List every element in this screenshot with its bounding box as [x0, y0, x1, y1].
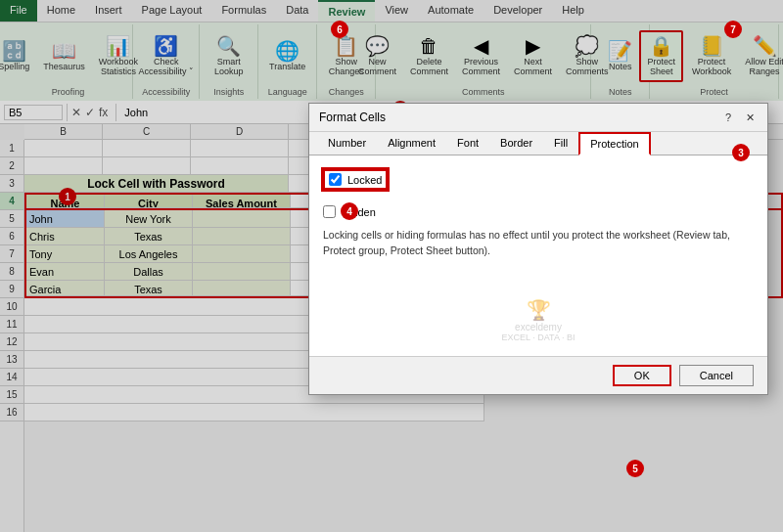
dialog-titlebar: Format Cells ? ✕: [309, 104, 767, 132]
tab-number[interactable]: Number: [317, 132, 377, 155]
dialog-help-button[interactable]: ?: [720, 110, 736, 125]
dialog-close-button[interactable]: ✕: [742, 110, 758, 125]
ok-button[interactable]: OK: [613, 365, 671, 386]
locked-label: Locked: [347, 174, 382, 186]
tab-font[interactable]: Font: [446, 132, 489, 155]
tab-border[interactable]: Border: [489, 132, 543, 155]
annotation-5: 5: [626, 460, 644, 477]
tab-alignment[interactable]: Alignment: [377, 132, 446, 155]
dialog-tabs: Number Alignment Font Border Fill Protec…: [309, 132, 767, 155]
annotation-3: 3: [732, 144, 750, 161]
locked-checkbox[interactable]: [329, 173, 342, 186]
annotation-4: 4: [341, 202, 358, 220]
format-cells-dialog: Format Cells ? ✕ Number Alignment Font B…: [308, 103, 768, 395]
annotation-6: 6: [331, 21, 348, 38]
dialog-footer: OK Cancel: [309, 356, 767, 394]
tab-protection[interactable]: Protection: [578, 132, 651, 155]
cancel-button[interactable]: Cancel: [679, 365, 754, 386]
watermark: 🏆 exceldemy EXCEL · DATA · BI: [323, 298, 754, 342]
hidden-row: Hidden: [323, 205, 754, 218]
hidden-checkbox[interactable]: [323, 205, 336, 218]
dialog-overlay[interactable]: Format Cells ? ✕ Number Alignment Font B…: [0, 0, 783, 532]
tab-fill[interactable]: Fill: [543, 132, 578, 155]
dialog-title: Format Cells: [319, 111, 386, 124]
dialog-info-text: Locking cells or hiding formulas has no …: [323, 228, 754, 259]
locked-row: Locked: [323, 169, 388, 190]
app-container: File Home Insert Page Layout Formulas Da…: [0, 0, 783, 532]
dialog-controls: ? ✕: [720, 110, 758, 125]
dialog-body: Locked Hidden Locking cells or hiding fo…: [309, 155, 767, 356]
annotation-7: 7: [724, 21, 742, 38]
